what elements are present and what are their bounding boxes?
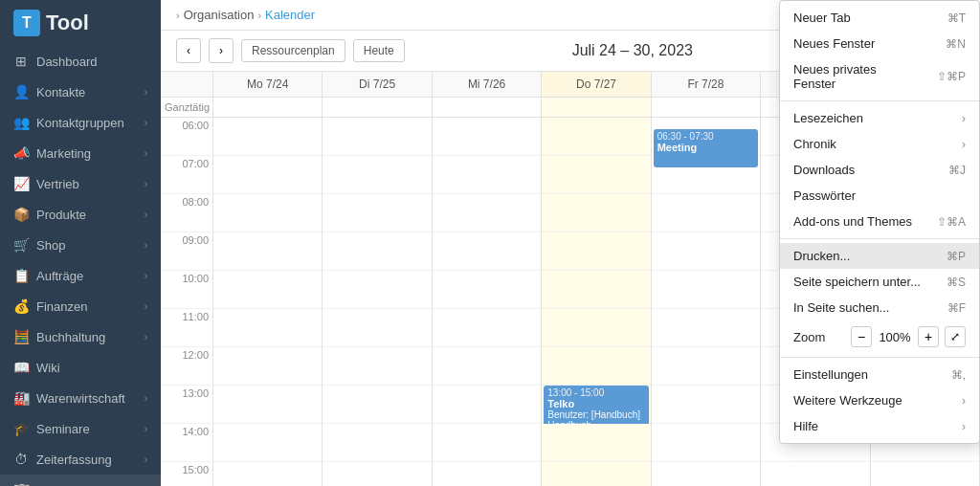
cell-mi-1000[interactable] (433, 271, 542, 309)
produkte-icon: 📦 (13, 207, 29, 222)
sidebar-item-auftraege[interactable]: 📋 Aufträge › (0, 260, 161, 291)
cell-fr-0900[interactable] (652, 232, 761, 271)
allday-cell-mo[interactable] (213, 98, 323, 118)
heute-button[interactable]: Heute (353, 39, 405, 62)
col-header-di: Di 7/25 (323, 72, 432, 98)
sidebar-item-kontakte[interactable]: 👤 Kontakte › (0, 77, 161, 107)
cell-mo-0600[interactable] (213, 118, 323, 156)
menu-item-neues-fenster[interactable]: Neues Fenster ⌘N (780, 31, 979, 56)
menu-item-neuer-tab[interactable]: Neuer Tab ⌘T (780, 5, 979, 31)
menu-item-weitere-werkzeuge[interactable]: Weitere Werkzeuge › (780, 387, 979, 413)
cell-fr-1500[interactable] (652, 462, 761, 486)
sidebar-item-organisation[interactable]: 🏢 Organisation ˅ (0, 475, 161, 486)
sidebar-item-buchhaltung[interactable]: 🧮 Buchhaltung › (0, 321, 161, 352)
sidebar-item-label: Vertrieb (36, 177, 79, 191)
sidebar-item-dashboard[interactable]: ⊞ Dashboard (0, 46, 161, 77)
cell-sa-1500[interactable] (761, 462, 870, 486)
cell-mi-1100[interactable] (433, 309, 542, 347)
breadcrumb-parent[interactable]: Organisation (184, 8, 255, 22)
cell-mi-0800[interactable] (433, 194, 542, 232)
menu-item-einstellungen[interactable]: Einstellungen ⌘, (780, 362, 979, 387)
sidebar-item-marketing[interactable]: 📣 Marketing › (0, 138, 161, 168)
menu-item-in-seite-suchen[interactable]: In Seite suchen... ⌘F (780, 295, 979, 320)
sidebar-item-finanzen[interactable]: 💰 Finanzen › (0, 291, 161, 321)
cell-mi-1500[interactable] (433, 462, 542, 486)
sidebar-item-seminare[interactable]: 🎓 Seminare › (0, 413, 161, 444)
sidebar-item-produkte[interactable]: 📦 Produkte › (0, 199, 161, 230)
cell-fr-1300[interactable] (652, 386, 761, 424)
cell-di-1500[interactable] (323, 462, 432, 486)
cell-mo-1000[interactable] (213, 271, 323, 309)
cell-mo-0800[interactable] (213, 194, 323, 232)
menu-item-lesezeichen[interactable]: Lesezeichen › (780, 105, 979, 131)
menu-item-seite-speichern[interactable]: Seite speichern unter... ⌘S (780, 269, 979, 295)
cell-mo-1100[interactable] (213, 309, 323, 347)
zoom-plus-button[interactable]: + (918, 326, 939, 347)
menu-item-passwoerter[interactable]: Passwörter (780, 183, 979, 209)
cell-do-0800[interactable] (542, 194, 651, 232)
cell-do-1400[interactable] (542, 424, 651, 462)
cell-fr-1200[interactable] (652, 347, 761, 386)
time-1400: 14:00 (161, 424, 213, 462)
cell-fr-1000[interactable] (652, 271, 761, 309)
cell-mi-1200[interactable] (433, 347, 542, 386)
cell-di-0700[interactable] (323, 156, 432, 194)
menu-item-chronik[interactable]: Chronik › (780, 131, 979, 157)
seminare-icon: 🎓 (13, 421, 29, 436)
cell-di-1100[interactable] (323, 309, 432, 347)
cell-mo-1500[interactable] (213, 462, 323, 486)
allday-cell-do[interactable] (542, 98, 651, 118)
cell-di-1400[interactable] (323, 424, 432, 462)
sidebar-item-zeiterfassung[interactable]: ⏱ Zeiterfassung › (0, 444, 161, 475)
cell-mi-0900[interactable] (433, 232, 542, 271)
cell-mi-1400[interactable] (433, 424, 542, 462)
cell-mo-0900[interactable] (213, 232, 323, 271)
cell-fr-0600[interactable]: 06:30 - 07:30 Meeting (652, 118, 761, 156)
zoom-minus-button[interactable]: − (851, 326, 872, 347)
cell-mi-0600[interactable] (433, 118, 542, 156)
cell-fr-0800[interactable] (652, 194, 761, 232)
menu-item-hilfe[interactable]: Hilfe › (780, 413, 979, 439)
cell-mo-1200[interactable] (213, 347, 323, 386)
cell-mo-0700[interactable] (213, 156, 323, 194)
next-button[interactable]: › (209, 38, 234, 63)
prev-button[interactable]: ‹ (176, 38, 201, 63)
sidebar-item-kontaktgruppen[interactable]: 👥 Kontaktgruppen › (0, 107, 161, 138)
cell-mi-0700[interactable] (433, 156, 542, 194)
allday-cell-mi[interactable] (433, 98, 542, 118)
cell-do-1000[interactable] (542, 271, 651, 309)
cell-so-1500[interactable] (871, 462, 980, 486)
cell-do-1100[interactable] (542, 309, 651, 347)
cell-di-1300[interactable] (323, 386, 432, 424)
cell-do-0600[interactable] (542, 118, 651, 156)
cell-fr-1400[interactable] (652, 424, 761, 462)
sidebar-item-vertrieb[interactable]: 📈 Vertrieb › (0, 168, 161, 199)
sidebar-item-wiki[interactable]: 📖 Wiki (0, 352, 161, 383)
menu-item-addons[interactable]: Add-ons und Themes ⇧⌘A (780, 209, 979, 234)
cell-di-0800[interactable] (323, 194, 432, 232)
menu-item-drucken[interactable]: Drucken... ⌘P (780, 243, 979, 269)
menu-item-downloads[interactable]: Downloads ⌘J (780, 157, 979, 183)
cell-do-0900[interactable] (542, 232, 651, 271)
sidebar-item-warenwirtschaft[interactable]: 🏭 Warenwirtschaft › (0, 383, 161, 413)
cell-mo-1300[interactable] (213, 386, 323, 424)
cell-mo-1400[interactable] (213, 424, 323, 462)
cell-fr-0700[interactable] (652, 156, 761, 194)
sidebar-item-shop[interactable]: 🛒 Shop › (0, 230, 161, 260)
allday-cell-fr[interactable] (652, 98, 761, 118)
cell-do-1200[interactable] (542, 347, 651, 386)
zoom-expand-button[interactable]: ⤢ (945, 326, 966, 347)
cell-do-1300[interactable]: 13:00 - 15:00 Telko Benutzer: [Handbuch]… (542, 386, 651, 424)
cell-di-1200[interactable] (323, 347, 432, 386)
cell-di-0600[interactable] (323, 118, 432, 156)
ressourcenplan-button[interactable]: Ressourcenplan (241, 39, 345, 62)
cell-mi-1300[interactable] (433, 386, 542, 424)
cell-di-1000[interactable] (323, 271, 432, 309)
cell-fr-1100[interactable] (652, 309, 761, 347)
allday-cell-di[interactable] (323, 98, 432, 118)
cell-do-0700[interactable] (542, 156, 651, 194)
event-meeting-title: Meeting (657, 142, 754, 153)
cell-do-1500[interactable] (542, 462, 651, 486)
cell-di-0900[interactable] (323, 232, 432, 271)
menu-item-neues-privates-fenster[interactable]: Neues privates Fenster ⇧⌘P (780, 56, 979, 97)
